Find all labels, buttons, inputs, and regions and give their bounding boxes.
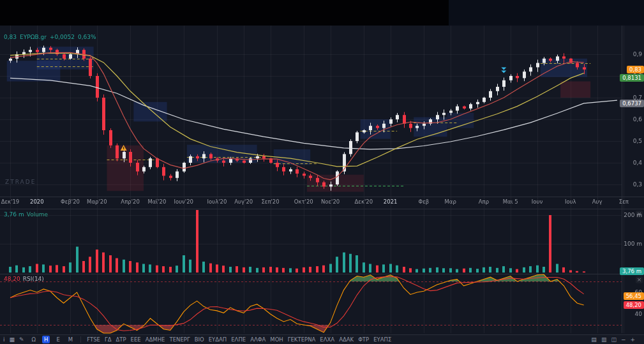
rsi-pane-close-button[interactable]: × xyxy=(636,276,643,283)
bottom-toolbar: i▦✎ ΩΗΕΜ FTSEΓΔΔΤΡΕΕΕΑΔΜΗΕΤΕΝΕΡΓΒΙΟΕΥΔΑΠ… xyxy=(0,334,644,344)
symbol-tab-ΕΛΧΑ[interactable]: ΕΛΧΑ xyxy=(320,336,334,344)
symbol-tabs: FTSEΓΔΔΤΡΕΕΕΑΔΜΗΕΤΕΝΕΡΓΒΙΟΕΥΔΑΠΕΛΠΕΑΛΦΑΜ… xyxy=(87,336,391,344)
layout-grid-icon[interactable]: ▦ xyxy=(10,336,15,344)
symbol-tab-ΔΤΡ[interactable]: ΔΤΡ xyxy=(116,336,126,344)
toolbar-left-icons: i▦✎ xyxy=(3,336,24,344)
symbol-tab-ΦΤΡ[interactable]: ΦΤΡ xyxy=(358,336,369,344)
symbol-tab-ΕΥΔΑΠ[interactable]: ΕΥΔΑΠ xyxy=(209,336,227,344)
price-chart-canvas[interactable] xyxy=(0,26,644,334)
stats-panel-icon[interactable]: ▤ xyxy=(591,336,597,344)
symbol-tab-ΜΟΗ[interactable]: ΜΟΗ xyxy=(270,336,283,344)
symbol-tab-ΒΙΟ[interactable]: ΒΙΟ xyxy=(195,336,204,344)
top-right-panel xyxy=(449,0,644,26)
symbol-tab-ΑΔΑΚ[interactable]: ΑΔΑΚ xyxy=(339,336,354,344)
timeframe-Ε[interactable]: Ε xyxy=(54,336,61,343)
zoom-in-icon[interactable]: + xyxy=(630,336,635,344)
symbol-tab-FTSE[interactable]: FTSE xyxy=(87,336,100,344)
symbol-tab-ΓΕΚΤΕΡΝΑ[interactable]: ΓΕΚΤΕΡΝΑ xyxy=(288,336,316,344)
toolbar-separator xyxy=(80,336,81,343)
timeframe-Η[interactable]: Η xyxy=(42,336,50,343)
window-top-bar xyxy=(0,0,644,26)
trading-terminal: 0,83ΕΥΡΩΒ.gr+0,00520,63% ZTRADE 3,76 mVo… xyxy=(0,0,644,344)
volume-pane-close-button[interactable]: × xyxy=(636,211,643,218)
symbol-tab-ΓΔ[interactable]: ΓΔ xyxy=(105,336,112,344)
symbol-tab-ΑΔΜΗΕ[interactable]: ΑΔΜΗΕ xyxy=(146,336,165,344)
symbol-tab-ΕΕΕ[interactable]: ΕΕΕ xyxy=(131,336,141,344)
draw-icon[interactable]: ✎ xyxy=(19,336,24,344)
symbol-tab-ΑΛΦΑ[interactable]: ΑΛΦΑ xyxy=(250,336,266,344)
histogram-icon[interactable]: ▥ xyxy=(601,336,607,344)
toolbar-right-icons: ▤▥◫−+ xyxy=(591,336,635,344)
chart-area: 0,83ΕΥΡΩΒ.gr+0,00520,63% ZTRADE 3,76 mVo… xyxy=(0,26,644,334)
zoom-out-icon[interactable]: − xyxy=(621,336,626,344)
timeframe-Ω[interactable]: Ω xyxy=(30,336,38,343)
info-icon[interactable]: i xyxy=(3,336,5,344)
symbol-tab-ΕΛΠΕ[interactable]: ΕΛΠΕ xyxy=(231,336,246,344)
symbol-tab-ΕΥΑΠΣ[interactable]: ΕΥΑΠΣ xyxy=(373,336,391,344)
timeframe-buttons: ΩΗΕΜ xyxy=(30,336,75,343)
symbol-tab-ΤΕΝΕΡΓ[interactable]: ΤΕΝΕΡΓ xyxy=(169,336,190,344)
compare-icon[interactable]: ◫ xyxy=(611,336,617,344)
timeframe-Μ[interactable]: Μ xyxy=(66,336,75,343)
